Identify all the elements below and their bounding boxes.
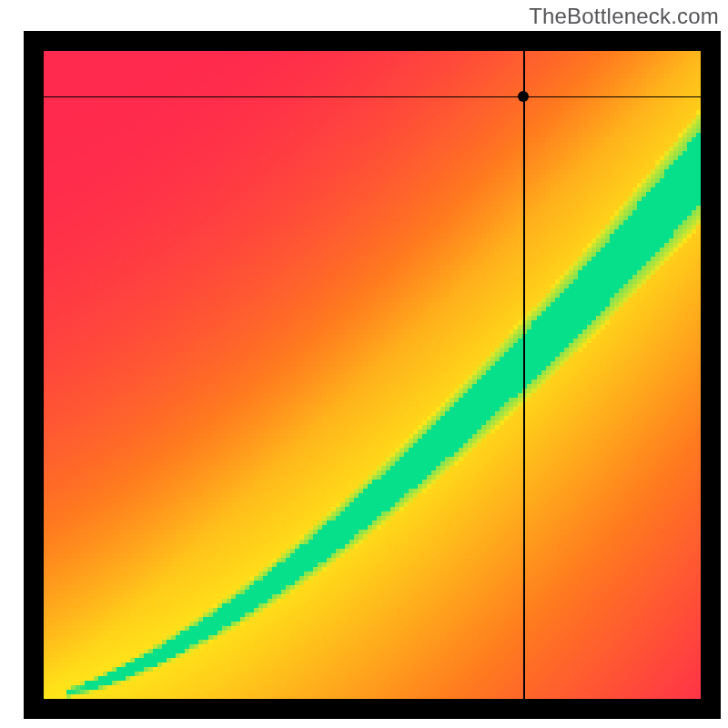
- crosshair-horizontal: [44, 96, 701, 98]
- heatmap-canvas: [44, 51, 701, 699]
- chart-frame: [24, 31, 721, 719]
- crosshair-vertical: [523, 51, 525, 699]
- heatmap-plot: [44, 51, 701, 699]
- selection-marker: [518, 91, 529, 102]
- watermark-text: TheBottleneck.com: [529, 4, 719, 29]
